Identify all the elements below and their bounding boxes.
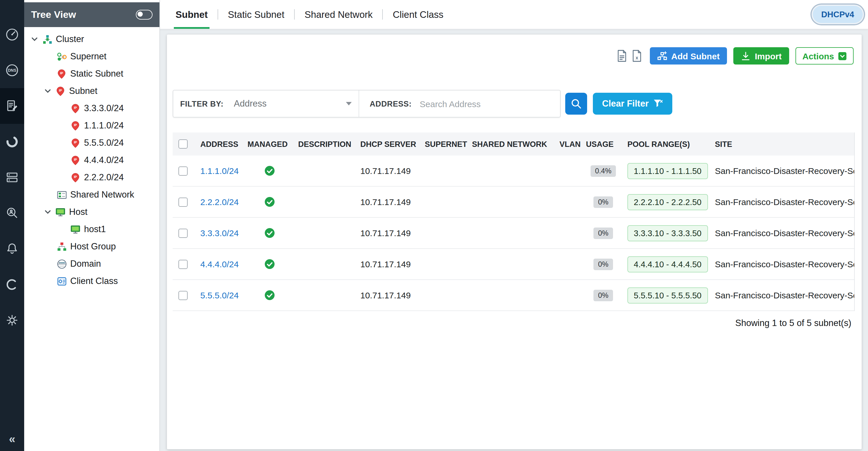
reports-donut-icon[interactable] [0, 124, 24, 159]
settings-gear-icon[interactable] [0, 302, 24, 338]
tree-item-subnet-1111[interactable]: IP 1.1.1.0/24 [24, 117, 159, 134]
subnet-address-link[interactable]: 2.2.2.0/24 [200, 197, 239, 207]
dns-globe-icon[interactable]: DNS [0, 53, 24, 88]
tree-item-label: Supernet [70, 51, 106, 62]
tab-separator [382, 9, 383, 20]
search-button[interactable] [565, 93, 587, 115]
svg-text:IP: IP [74, 140, 77, 144]
ip-pin-icon: IP [70, 138, 81, 148]
subnet-address-link[interactable]: 3.3.3.0/24 [200, 228, 239, 238]
chevron-down-icon[interactable] [43, 86, 52, 96]
row-checkbox[interactable] [179, 229, 188, 238]
tab-static-subnet[interactable]: Static Subnet [220, 0, 292, 29]
search-address-input[interactable] [418, 98, 560, 109]
tree-item-label: 5.5.5.0/24 [84, 138, 124, 148]
tree-item-subnet-2222[interactable]: IP 2.2.2.0/24 [24, 169, 159, 186]
pdf-export-icon[interactable] [617, 50, 627, 62]
table-header-row: ADDRESS MANAGED DESCRIPTION DHCP SERVER … [173, 132, 854, 155]
column-header-dhcp-server: DHCP SERVER [357, 140, 421, 148]
subnet-table: ADDRESS MANAGED DESCRIPTION DHCP SERVER … [173, 132, 855, 311]
tree-item-client-class[interactable]: Client Class [24, 272, 159, 290]
clear-filter-button[interactable]: Clear Filter [593, 93, 672, 115]
column-header-vlan: VLAN [556, 140, 583, 148]
tree-item-cluster[interactable]: Cluster [24, 31, 159, 48]
row-checkbox[interactable] [179, 291, 188, 300]
svg-text:www: www [58, 261, 65, 264]
app-root: DNS « [0, 0, 868, 451]
dhcp-server-cell: 10.71.17.149 [357, 228, 421, 238]
tree-item-host-group[interactable]: Host Group [24, 238, 159, 255]
tab-subnet[interactable]: Subnet [168, 0, 215, 29]
tree-item-static-subnet[interactable]: IP Static Subnet [24, 65, 159, 82]
table-row: 2.2.2.0/24 10.71.17.149 0% 2.2.2.10 - 2.… [173, 187, 854, 218]
ip-pin-icon: IP [70, 120, 81, 131]
tree-item-subnet-4444[interactable]: IP 4.4.4.0/24 [24, 151, 159, 169]
select-all-checkbox[interactable] [179, 140, 188, 149]
subnet-plus-icon [657, 51, 667, 61]
chevron-down-icon[interactable] [30, 35, 39, 44]
import-button[interactable]: Import [734, 47, 789, 64]
svg-text:IP: IP [74, 175, 77, 178]
ip-pin-icon: IP [70, 155, 81, 165]
notifications-bell-icon[interactable] [0, 231, 24, 267]
managed-check-icon [265, 259, 274, 269]
search-icon [571, 98, 581, 109]
row-checkbox[interactable] [179, 197, 188, 207]
managed-check-icon [265, 166, 274, 176]
dhcp-version-badge[interactable]: DHCPv4 [813, 6, 863, 23]
svg-text:DNS: DNS [8, 68, 17, 72]
audit-search-icon[interactable] [0, 195, 24, 231]
tree-item-label: host1 [84, 224, 106, 234]
column-header-usage: USAGE [583, 140, 624, 148]
tree-item-label: Host [69, 207, 88, 217]
usage-badge: 0% [593, 290, 613, 301]
tab-client-class[interactable]: Client Class [385, 0, 451, 29]
filter-bar: FILTER BY: Address ADDRESS: Clear Filter [173, 90, 672, 118]
server-stack-icon[interactable] [0, 159, 24, 195]
tree-item-subnet-5555[interactable]: IP 5.5.5.0/24 [24, 134, 159, 151]
tree-view-toggle[interactable] [136, 10, 153, 20]
subnet-address-link[interactable]: 4.4.4.0/24 [200, 259, 239, 269]
tree-item-shared-network[interactable]: Shared Network [24, 186, 159, 203]
tree-item-subnet-3333[interactable]: IP 3.3.3.0/24 [24, 100, 159, 117]
top-tab-bar: Subnet Static Subnet Shared Network Clie… [159, 0, 868, 29]
svg-text:IP: IP [74, 106, 77, 109]
tree-item-domain[interactable]: www Domain [24, 255, 159, 272]
tree-item-supernet[interactable]: Supernet [24, 48, 159, 65]
row-checkbox[interactable] [179, 260, 188, 269]
subnet-address-link[interactable]: 1.1.1.0/24 [200, 166, 239, 176]
tree-list: Cluster Supernet IP Static Subnet IP Sub… [24, 29, 159, 451]
usage-badge: 0% [593, 227, 613, 239]
actions-dropdown-button[interactable]: Actions [796, 47, 854, 64]
site-cell: San-Francisco-Disaster-Recovery-Second [711, 259, 854, 269]
chevron-down-icon[interactable] [43, 207, 52, 217]
tree-panel-title: Tree View [31, 9, 76, 21]
table-row: 4.4.4.0/24 10.71.17.149 0% 4.4.4.10 - 4.… [173, 249, 854, 280]
tree-item-label: Static Subnet [70, 68, 123, 79]
tree-panel: Tree View Cluster Supernet IP Static Sub… [24, 0, 160, 451]
tree-item-subnet[interactable]: IP Subnet [24, 82, 159, 100]
dashboard-icon[interactable] [0, 17, 24, 53]
excel-export-icon[interactable]: x [631, 50, 642, 62]
tree-item-host1[interactable]: host1 [24, 220, 159, 238]
tree-item-label: Host Group [70, 241, 116, 252]
tree-item-label: Domain [70, 259, 101, 269]
table-row: 5.5.5.0/24 10.71.17.149 0% 5.5.5.10 - 5.… [173, 280, 854, 311]
crescent-c-icon[interactable] [0, 267, 24, 302]
tab-shared-network[interactable]: Shared Network [297, 0, 380, 29]
tab-separator [218, 9, 218, 20]
site-cell: San-Francisco-Disaster-Recovery-Second [711, 197, 854, 207]
pool-range-badge: 4.4.4.10 - 4.4.4.50 [627, 256, 708, 272]
filter-by-select[interactable]: Address [234, 90, 360, 117]
tab-separator [294, 9, 295, 20]
subnet-address-link[interactable]: 5.5.5.0/24 [200, 290, 239, 300]
column-header-pool-ranges: POOL RANGE(S) [624, 140, 711, 148]
ipam-document-pencil-icon[interactable] [0, 88, 24, 124]
tree-item-host[interactable]: Host [24, 203, 159, 220]
left-nav-rail: DNS « [0, 0, 24, 451]
dropdown-caret-icon [838, 52, 847, 60]
row-checkbox[interactable] [179, 166, 188, 175]
usage-badge: 0% [593, 196, 613, 208]
add-subnet-button[interactable]: Add Subnet [650, 47, 727, 64]
collapse-sidebar-icon[interactable]: « [0, 429, 24, 449]
